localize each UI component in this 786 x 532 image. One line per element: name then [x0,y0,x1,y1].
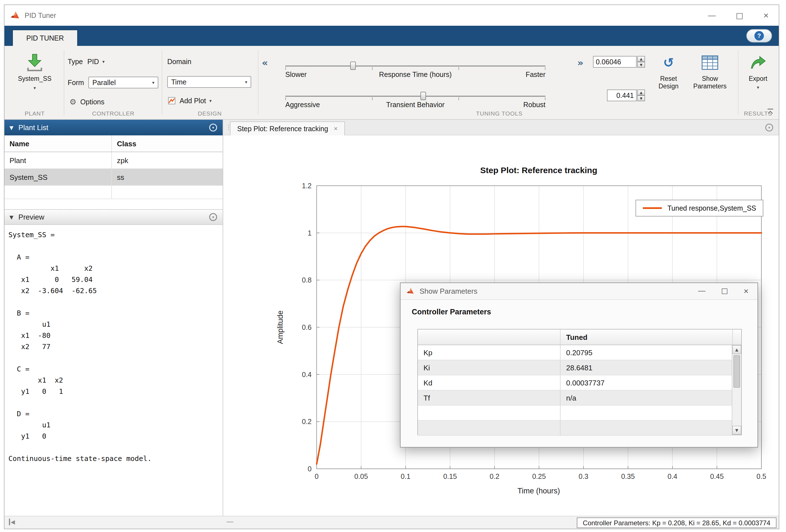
type-value: PID [87,57,99,66]
design-group: Domain Time ▾ Add Plot ▾ DESIGN [164,46,256,119]
spinner-down-icon[interactable]: ▼ [637,62,645,68]
plant-table: Name Class Plant zpk System_SS ss [4,135,223,199]
dialog-maximize-button[interactable]: □ [721,286,728,296]
parameter-row[interactable]: Ki 28.6481 [418,360,732,375]
chevron-down-icon: ▾ [152,80,155,85]
ribbon-separator [738,50,738,115]
scroll-down-icon[interactable]: ▼ [732,426,741,435]
form-select[interactable]: Parallel ▾ [88,77,158,88]
svg-text:0.25: 0.25 [532,472,546,480]
transient-behavior-spinner: 0.441 ▲ ▼ [607,90,645,101]
transient-behavior-slider-thumb[interactable] [420,92,426,100]
plant-table-header: Name Class [4,135,223,152]
panel-menu-icon[interactable]: ▾ [209,124,217,132]
transient-behavior-slider-labels: Aggressive Transient Behavior Robust [285,101,546,109]
param-cell [418,421,560,435]
dialog-close-button[interactable]: × [743,286,748,296]
table-icon [690,50,730,75]
close-icon[interactable]: × [334,125,338,133]
table-scrollbar[interactable]: ▲ ▼ [732,345,741,435]
transient-behavior-slider[interactable] [285,92,546,101]
tab-pid-tuner[interactable]: PID TUNER [12,30,78,46]
panel-menu-icon[interactable]: ▾ [765,124,773,132]
tuned-header-cell: Tuned [560,329,733,345]
help-button[interactable]: ? [746,29,772,43]
param-cell: Kd [418,375,560,390]
slider-track[interactable] [285,96,546,97]
transient-behavior-input[interactable]: 0.441 [607,90,637,101]
spinner-down-icon[interactable]: ▼ [637,95,645,101]
expand-right-icon[interactable]: » [577,57,583,68]
ribbon-separator [162,50,162,115]
window-title: PID Tuner [25,11,56,20]
options-button[interactable]: ⚙ Options [69,97,104,107]
x-axis-label: Time (hours) [517,487,560,495]
svg-text:0.5: 0.5 [757,472,766,480]
svg-text:0.3: 0.3 [579,472,588,480]
plant-system-button[interactable]: System_SS ▾ [7,50,63,91]
response-time-input[interactable]: 0.06046 [593,56,637,68]
collapse-triangle-icon[interactable]: ▼ [9,214,14,220]
value-cell: 0.00037737 [560,375,732,390]
dock-left-icon[interactable]: ◀ [9,518,15,525]
form-value: Parallel [92,78,116,87]
export-label: Export [740,75,776,83]
y-axis-label: Amplitude [276,310,285,344]
reset-design-button[interactable]: ↺ Reset Design [652,50,685,90]
window-maximize-button[interactable]: □ [736,11,743,20]
parameter-row[interactable]: Tf n/a [418,391,732,406]
slider-label-faster: Faster [526,70,546,78]
table-row[interactable]: Plant zpk [4,152,223,169]
svg-text:0.05: 0.05 [354,472,368,480]
controller-parameters-table: Tuned Kp 0.20795 Ki 28.6481 Kd 0.0003773… [417,329,742,435]
parameter-row[interactable] [418,421,732,436]
dialog-minimize-button[interactable]: — [698,286,706,296]
parameters-table-header: Tuned [418,329,741,345]
preview-text: System_SS = A = x1 x2 x1 0 59.04 x2 -3.6… [8,229,152,464]
panel-menu-icon[interactable]: ▾ [209,213,217,221]
collapse-left-icon[interactable]: « [262,57,268,68]
svg-text:0.8: 0.8 [302,276,311,284]
svg-text:0.4: 0.4 [302,371,311,378]
slider-label-aggressive: Aggressive [285,101,320,109]
slider-track[interactable] [285,66,546,67]
collapse-triangle-icon[interactable]: ▼ [9,125,14,131]
value-cell [560,406,732,420]
plant-class-cell: zpk [112,152,223,168]
legend[interactable]: Tuned response,System_SS [635,200,763,216]
parameter-row[interactable]: Kd 0.00037737 [418,375,732,391]
parameter-row[interactable] [418,406,732,421]
slider-label-transient-behavior: Transient Behavior [386,101,445,109]
window-close-button[interactable]: × [763,10,769,21]
ribbon: System_SS ▾ PLANT Type PID ▾ Form Parall… [4,46,779,120]
minimize-ribbon-button[interactable] [766,108,774,116]
chevron-down-icon: ▾ [102,59,105,64]
plant-list-title: Plant List [19,123,48,132]
svg-text:0.1: 0.1 [401,472,411,480]
chevron-down-icon: ▾ [245,79,247,85]
svg-text:0.15: 0.15 [443,472,457,480]
parameter-row[interactable]: Kp 0.20795 [418,345,732,360]
response-time-slider-thumb[interactable] [350,62,356,70]
add-plot-button[interactable]: Add Plot ▾ [167,96,212,105]
splitter-handle-icon[interactable]: — [227,517,233,525]
slider-label-robust: Robust [523,101,546,109]
gear-icon: ⚙ [69,97,76,107]
param-cell [418,406,560,420]
tab-step-plot[interactable]: Step Plot: Reference tracking × [230,121,345,135]
legend-line-sample [643,207,662,209]
domain-select[interactable]: Time ▾ [167,76,251,88]
show-parameters-button[interactable]: Show Parameters [690,50,730,90]
window-minimize-button[interactable]: — [708,11,716,20]
response-time-slider[interactable] [285,62,546,70]
scrollbar-thumb[interactable] [734,355,740,388]
reset-design-label: Reset [652,75,685,83]
domain-label: Domain [167,57,191,66]
export-button[interactable]: Export ▾ [740,50,776,90]
spinner-up-icon[interactable]: ▲ [637,90,645,95]
plant-class-cell: ss [112,169,223,185]
type-dropdown[interactable]: PID ▾ [87,57,105,66]
spinner-up-icon[interactable]: ▲ [637,56,645,62]
table-row-selected[interactable]: System_SS ss [4,169,223,186]
scroll-up-icon[interactable]: ▲ [732,345,741,354]
